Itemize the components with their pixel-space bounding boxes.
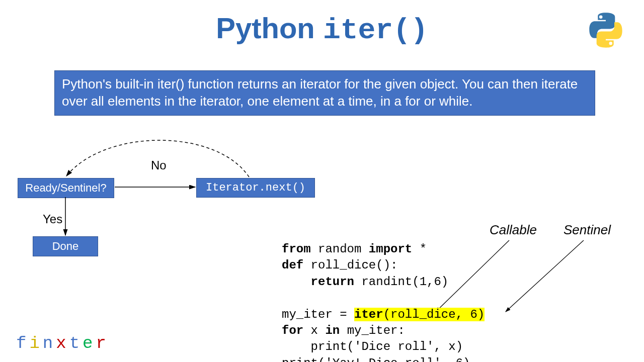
code-kw-def: def — [282, 258, 303, 272]
flow-box-done: Done — [33, 236, 98, 256]
code-t3c: randint(1,6) — [354, 275, 448, 289]
code-kw-iter: iter — [354, 308, 383, 321]
code-kw-return: return — [311, 275, 354, 289]
brand-letter: x — [56, 334, 69, 353]
code-t1b: random — [311, 242, 369, 256]
code-t6b: x — [303, 324, 325, 337]
title-func: iter() — [323, 14, 428, 47]
brand-letter: r — [96, 334, 109, 353]
code-kw-for: for — [282, 324, 303, 337]
page-title: Python iter() — [0, 11, 644, 47]
brand-letter: n — [43, 334, 56, 353]
svg-line-3 — [506, 240, 584, 312]
flow-iterator-text: Iterator.next() — [206, 182, 305, 194]
flow-ready-text: Ready/Sentinel? — [25, 182, 106, 194]
code-t5c: (roll_dice, 6) — [383, 308, 485, 321]
label-sentinel: Sentinel — [564, 222, 611, 238]
code-t2b: roll_dice(): — [303, 258, 397, 272]
label-callable: Callable — [490, 222, 537, 238]
code-t5a: my_iter = — [282, 308, 354, 321]
flow-box-ready: Ready/Sentinel? — [18, 178, 114, 198]
code-t6d: my_iter: — [340, 324, 405, 337]
python-logo-icon — [588, 12, 624, 48]
flow-done-text: Done — [52, 240, 79, 252]
description-box: Python's built-in iter() function return… — [54, 70, 595, 116]
code-l8: print('Yay! Dice roll', 6) — [282, 356, 470, 362]
brand-letter: i — [29, 334, 42, 353]
code-example: from random import * def roll_dice(): re… — [282, 241, 485, 362]
brand-letter: e — [83, 334, 96, 353]
code-kw-from: from — [282, 242, 311, 256]
title-prefix: Python — [216, 12, 323, 44]
code-kw-import: import — [369, 242, 412, 256]
code-kw-in: in — [325, 324, 340, 337]
code-t3a — [282, 275, 311, 289]
brand-logo: finxter — [16, 334, 109, 353]
code-t1d: * — [412, 242, 427, 256]
brand-letter: f — [16, 334, 29, 353]
code-l7: print('Dice roll', x) — [282, 340, 463, 353]
flow-label-no: No — [151, 158, 167, 172]
brand-letter: t — [69, 334, 83, 353]
flow-box-iterator: Iterator.next() — [196, 178, 315, 198]
flow-label-yes: Yes — [43, 212, 62, 226]
description-text: Python's built-in iter() function return… — [62, 76, 578, 109]
